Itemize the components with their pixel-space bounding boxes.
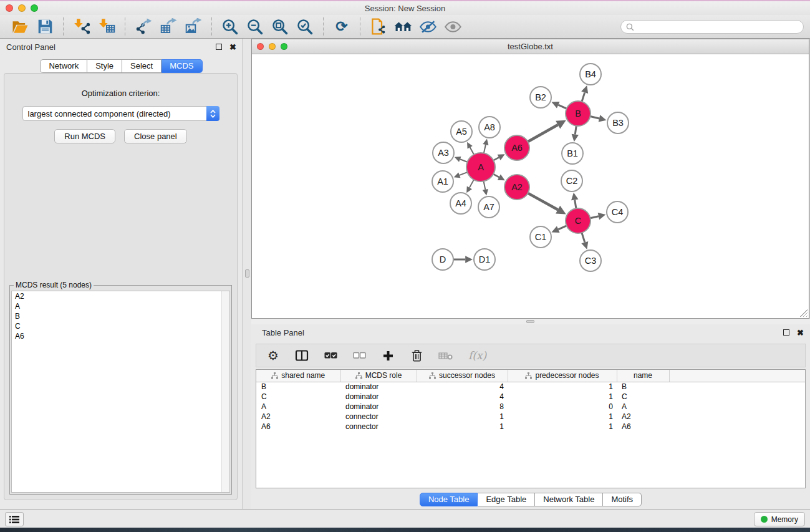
graph-edge-A-A3[interactable] [460, 159, 468, 162]
vertical-splitter[interactable] [243, 39, 251, 509]
table-cell[interactable]: C [256, 392, 340, 402]
tab-mcds[interactable]: MCDS [162, 59, 202, 73]
table-row[interactable]: Cdominator41C [256, 392, 805, 402]
splitter-grip[interactable] [245, 269, 249, 278]
tab-style[interactable]: Style [87, 59, 122, 73]
graph-edge-A-A7[interactable] [484, 181, 486, 190]
table-cell[interactable]: C [617, 392, 669, 402]
column-header-predecessor-nodes[interactable]: predecessor nodes [508, 370, 617, 382]
graph-edge-A-A1[interactable] [460, 172, 468, 175]
deselect-all-icon[interactable] [352, 348, 366, 363]
mcds-result-item[interactable]: A [12, 301, 229, 311]
graph-edge-A-A6[interactable] [493, 157, 499, 160]
column-header-mcds-role[interactable]: MCDS role [340, 370, 417, 382]
graph-edge-C-C2[interactable] [575, 200, 576, 208]
table-cell[interactable]: dominator [340, 402, 417, 412]
zoom-out-icon[interactable] [243, 17, 268, 37]
run-mcds-button[interactable]: Run MCDS [54, 129, 115, 143]
table-cell[interactable]: 1 [508, 422, 617, 432]
zoom-fit-icon[interactable] [268, 17, 292, 37]
table-cell[interactable]: A2 [617, 412, 669, 422]
save-session-icon[interactable] [32, 17, 57, 37]
horizontal-splitter[interactable] [251, 319, 810, 324]
graph-edge-C-C4[interactable] [591, 216, 599, 218]
search-input[interactable] [637, 22, 798, 31]
tab-network[interactable]: Network [40, 59, 87, 73]
memory-button[interactable]: Memory [754, 512, 805, 526]
table-cell[interactable]: A [617, 402, 669, 412]
export-network-icon[interactable] [131, 17, 156, 37]
mcds-result-item[interactable]: B [12, 311, 229, 321]
column-header-shared-name[interactable]: shared name [256, 370, 340, 382]
close-panel-icon[interactable]: ✖ [797, 329, 804, 337]
mcds-result-item[interactable]: C [12, 321, 229, 331]
graph-edge-C-C1[interactable] [558, 226, 566, 230]
graph-edge-B-B4[interactable] [582, 92, 585, 102]
table-cell[interactable]: A [256, 402, 340, 412]
hide-selected-icon[interactable] [416, 17, 441, 37]
table-cell[interactable]: connector [340, 422, 417, 432]
graph-edge-A-A4[interactable] [470, 180, 474, 188]
table-cell[interactable]: dominator [340, 382, 417, 392]
table-cell[interactable]: B [617, 382, 669, 392]
table-cell[interactable] [669, 392, 805, 402]
import-network-icon[interactable] [69, 17, 94, 37]
select-all-icon[interactable] [324, 348, 337, 363]
table-cell[interactable]: dominator [340, 392, 417, 402]
column-header-successor-nodes[interactable]: successor nodes [417, 370, 508, 382]
tab-network-table[interactable]: Network Table [535, 493, 603, 506]
function-builder-icon[interactable]: f(x) [468, 348, 486, 363]
table-cell[interactable]: A6 [617, 422, 669, 432]
export-table-icon[interactable] [156, 17, 181, 37]
zoom-in-icon[interactable] [218, 17, 243, 37]
table-row[interactable]: A6connector11A6 [256, 422, 805, 432]
table-cell[interactable]: B [256, 382, 340, 392]
close-panel-button[interactable]: Close panel [124, 129, 187, 143]
table-cell[interactable] [669, 382, 805, 392]
tab-node-table[interactable]: Node Table [420, 493, 478, 506]
show-all-icon[interactable] [441, 17, 466, 37]
task-history-button[interactable] [5, 512, 24, 526]
export-image-icon[interactable] [181, 17, 206, 37]
network-canvas[interactable]: A5A8A6A3AB2BB4B3B1A1C2A2A4A7CC4C1C3DD1 [252, 54, 809, 318]
table-cell[interactable]: 1 [417, 412, 508, 422]
zoom-selected-icon[interactable] [292, 17, 317, 37]
float-panel-icon[interactable] [216, 44, 222, 50]
table-cell[interactable]: 0 [508, 402, 617, 412]
table-cell[interactable] [669, 422, 805, 432]
table-cell[interactable] [669, 402, 805, 412]
table-cell[interactable]: 4 [417, 382, 508, 392]
search-field[interactable] [620, 20, 804, 34]
float-panel-icon[interactable] [783, 329, 789, 336]
table-cell[interactable]: 1 [508, 382, 617, 392]
mcds-result-item[interactable]: A6 [12, 331, 229, 341]
import-table-icon[interactable] [94, 17, 119, 37]
window-resize-grip[interactable] [800, 309, 808, 317]
table-row[interactable]: A2connector11A2 [256, 412, 805, 422]
graph-edge-A-A8[interactable] [484, 145, 486, 153]
refresh-icon[interactable]: ⟳ [329, 17, 354, 37]
close-panel-icon[interactable]: ✖ [229, 43, 236, 51]
table-cell[interactable]: 1 [508, 392, 617, 402]
tab-select[interactable]: Select [122, 59, 162, 73]
table-settings-icon[interactable]: ⚙ [266, 348, 280, 363]
table-cell[interactable] [669, 412, 805, 422]
column-header-name[interactable]: name [617, 370, 669, 382]
tab-edge-table[interactable]: Edge Table [478, 493, 535, 506]
graph-edge-A6-B[interactable] [528, 125, 557, 142]
graph-edge-A2-C[interactable] [528, 193, 558, 210]
first-neighbors-icon[interactable] [391, 17, 416, 37]
mcds-result-list[interactable]: A2ABCA6 [11, 291, 230, 493]
table-cell[interactable]: 4 [417, 392, 508, 402]
table-cell[interactable]: connector [340, 412, 417, 422]
add-column-icon[interactable] [381, 348, 395, 363]
optimization-criterion-dropdown[interactable]: largest connected component (directed) [22, 106, 219, 121]
graph-edge-B-B3[interactable] [590, 117, 599, 118]
new-network-from-selection-icon[interactable] [366, 17, 391, 37]
graph-edge-B-B2[interactable] [558, 105, 566, 109]
graph-edge-A-A5[interactable] [470, 147, 474, 155]
delete-column-icon[interactable] [410, 348, 423, 363]
show-columns-icon[interactable] [295, 348, 309, 363]
table-cell[interactable]: A2 [256, 412, 340, 422]
open-session-icon[interactable] [7, 17, 32, 37]
